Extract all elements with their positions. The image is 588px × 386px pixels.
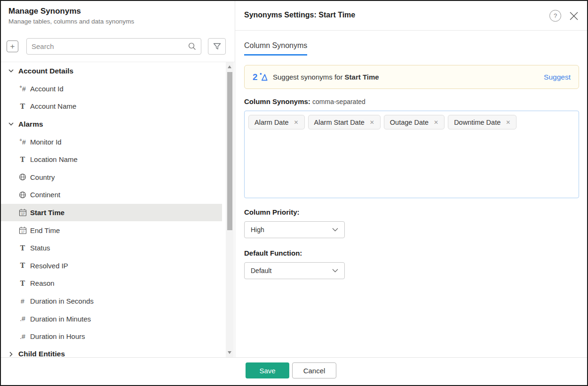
tree-item-location-name[interactable]: T Location Name (1, 151, 222, 169)
number-icon: # (17, 298, 28, 305)
search-icon (188, 42, 196, 50)
decimal-number-icon: .# (17, 315, 28, 322)
remove-tag-icon[interactable]: ✕ (434, 119, 438, 126)
manage-synonyms-window: Manage Synonyms Manage tables, columns a… (0, 0, 588, 386)
tab-column-synonyms[interactable]: Column Synonyms (244, 41, 307, 56)
column-priority-select[interactable]: High (244, 221, 345, 238)
tree-item-country[interactable]: Country (1, 169, 222, 186)
footer-bar: Save Cancel (1, 358, 587, 385)
tree-group-alarms[interactable]: Alarms (1, 115, 222, 133)
remove-tag-icon[interactable]: ✕ (294, 119, 299, 126)
columns-tree: Account Details +# Account Id T Account … (1, 62, 222, 357)
scrollbar-thumb[interactable] (227, 72, 232, 230)
tree-item-resolved-ip[interactable]: T Resolved IP (1, 257, 222, 275)
text-column-icon: T (17, 262, 28, 269)
tree-item-account-id[interactable]: +# Account Id (1, 80, 222, 98)
tree-group-child-entities[interactable]: Child Entities (1, 346, 222, 358)
chevron-down-icon[interactable] (8, 69, 14, 72)
search-box[interactable] (26, 38, 201, 55)
tree-item-reason[interactable]: T Reason (1, 274, 222, 292)
remove-tag-icon[interactable]: ✕ (370, 119, 374, 126)
filter-button[interactable] (208, 38, 226, 55)
column-priority-value: High (251, 226, 264, 233)
tree-group-label: Child Entities (18, 350, 65, 357)
text-column-icon: T (17, 156, 28, 163)
suggest-banner-text: Suggest synonyms for Start Time (273, 73, 379, 81)
scroll-down-icon[interactable] (228, 351, 231, 354)
tree-item-duration-in-minutes[interactable]: .# Duration in Minutes (1, 310, 222, 328)
tree-item-start-time[interactable]: 17 Start Time (1, 204, 222, 222)
save-button[interactable]: Save (246, 362, 289, 378)
chevron-down-icon (332, 269, 338, 273)
filter-funnel-icon (213, 43, 221, 50)
close-icon[interactable] (568, 10, 580, 22)
svg-text:2: 2 (253, 72, 257, 82)
decimal-number-icon: .# (17, 333, 28, 340)
synonyms-input-area[interactable]: Alarm Date ✕ Alarm Start Date ✕ Outage D… (244, 111, 579, 198)
svg-text:17: 17 (21, 212, 24, 216)
zia-suggest-banner: 2 Suggest synonyms for Start Time Sugges… (244, 65, 579, 89)
tree-item-status[interactable]: T Status (1, 239, 222, 257)
search-input[interactable] (32, 42, 188, 50)
comma-separated-hint: comma-separated (312, 98, 366, 105)
settings-panel-title: Synonyms Settings: Start Time (244, 11, 355, 19)
svg-text:17: 17 (21, 230, 24, 233)
column-synonyms-label: Column Synonyms: comma-separated (244, 97, 366, 105)
help-icon[interactable]: ? (549, 10, 561, 22)
auto-number-icon: +# (17, 137, 28, 146)
tree-item-end-time[interactable]: 17 End Time (1, 221, 222, 239)
default-function-value: Default (251, 267, 271, 274)
tree-item-continent[interactable]: Continent (1, 186, 222, 204)
synonym-tag[interactable]: Outage Date ✕ (384, 115, 445, 129)
tree-group-account-details[interactable]: Account Details (1, 62, 222, 80)
text-column-icon: T (17, 103, 28, 110)
chevron-down-icon[interactable] (8, 122, 14, 126)
banner-column-name: Start Time (345, 73, 379, 81)
tree-item-duration-in-hours[interactable]: .# Duration in Hours (1, 328, 222, 346)
synonym-tag[interactable]: Alarm Date ✕ (248, 115, 305, 129)
chevron-down-icon (332, 228, 338, 232)
zia-icon: 2 (253, 72, 268, 82)
calendar-icon: 17 (17, 209, 28, 217)
tree-item-monitor-id[interactable]: +# Monitor Id (1, 133, 222, 151)
default-function-select[interactable]: Default (244, 262, 345, 279)
auto-number-icon: +# (17, 84, 28, 93)
calendar-icon: 17 (17, 226, 28, 234)
text-column-icon: T (17, 244, 28, 252)
synonyms-settings-panel: Synonyms Settings: Start Time ? Column S… (235, 1, 587, 357)
page-title: Manage Synonyms (8, 7, 81, 16)
header-divider (235, 30, 587, 31)
add-synonym-button[interactable]: + (7, 40, 18, 52)
tree-item-account-name[interactable]: T Account Name (1, 97, 222, 115)
tree-item-duration-in-seconds[interactable]: # Duration in Seconds (1, 292, 222, 310)
synonym-tag[interactable]: Alarm Start Date ✕ (308, 115, 381, 129)
globe-icon (17, 173, 28, 181)
cancel-button[interactable]: Cancel (292, 362, 336, 378)
remove-tag-icon[interactable]: ✕ (506, 119, 510, 126)
scroll-up-icon[interactable] (228, 65, 231, 68)
tree-group-label: Account Details (18, 67, 73, 75)
column-priority-label: Column Priority: (244, 208, 300, 216)
text-column-icon: T (17, 280, 28, 287)
synonym-tag[interactable]: Downtime Date ✕ (448, 115, 516, 129)
plus-icon: + (10, 42, 15, 50)
tree-group-label: Alarms (18, 120, 43, 129)
suggest-link[interactable]: Suggest (544, 73, 571, 81)
tree-scrollbar[interactable] (226, 62, 234, 357)
chevron-right-icon[interactable] (8, 353, 14, 356)
default-function-label: Default Function: (244, 249, 302, 257)
globe-icon (17, 191, 28, 199)
page-subtitle: Manage tables, columns and data synonyms (8, 18, 134, 25)
